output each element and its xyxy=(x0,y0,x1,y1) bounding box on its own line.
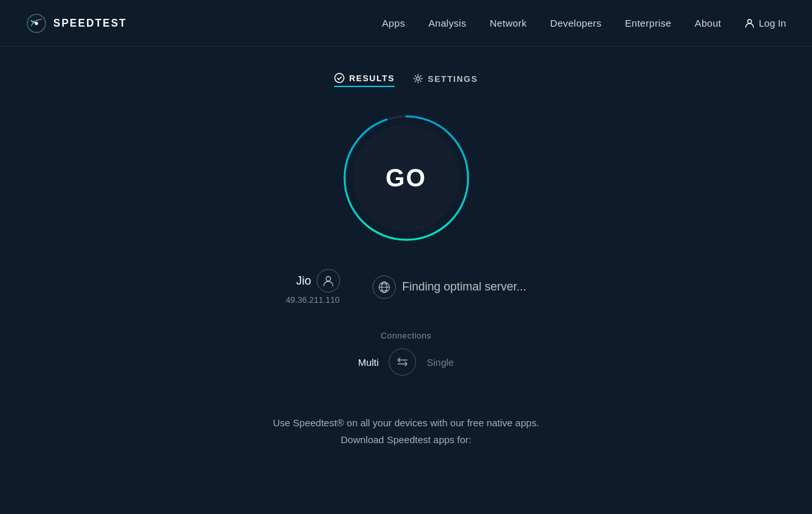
login-label: Log In xyxy=(759,18,786,29)
go-button[interactable]: GO xyxy=(352,125,460,232)
checkmark-icon xyxy=(334,73,345,83)
svg-point-7 xyxy=(326,277,330,281)
globe-icon xyxy=(378,281,391,294)
promo-section: Use Speedtest® on all your devices with … xyxy=(273,415,540,448)
settings-tab-label: SETTINGS xyxy=(428,74,478,84)
globe-icon-button[interactable] xyxy=(373,276,396,299)
svg-point-1 xyxy=(35,21,38,25)
svg-point-3 xyxy=(335,73,344,83)
gear-icon xyxy=(413,73,423,84)
svg-point-4 xyxy=(417,77,420,81)
header: SPEEDTEST Apps Analysis Network Develope… xyxy=(0,0,812,47)
speedtest-logo-icon xyxy=(26,13,47,34)
isp-person-icon-button[interactable] xyxy=(317,269,340,292)
nav-about[interactable]: About xyxy=(695,18,722,29)
svg-point-2 xyxy=(748,19,752,23)
main-content: RESULTS SETTINGS GO Jio xyxy=(0,47,812,448)
nav-developers[interactable]: Developers xyxy=(550,18,601,29)
isp-name: Jio xyxy=(296,274,311,288)
isp-ip: 49.36.211.110 xyxy=(285,295,339,305)
single-label: Single xyxy=(426,357,454,368)
server-status-text: Finding optimal server... xyxy=(402,280,527,294)
promo-line1: Use Speedtest® on all your devices with … xyxy=(273,415,540,431)
multi-label: Multi xyxy=(358,357,379,368)
connections-label: Connections xyxy=(381,331,432,341)
main-nav: Apps Analysis Network Developers Enterpr… xyxy=(382,18,786,29)
arrows-icon xyxy=(395,355,410,369)
connections-toggle-button[interactable] xyxy=(389,348,416,376)
tab-settings[interactable]: SETTINGS xyxy=(413,73,478,86)
connections-toggle: Multi Single xyxy=(358,348,454,376)
nav-enterprise[interactable]: Enterprise xyxy=(625,18,671,29)
nav-apps[interactable]: Apps xyxy=(382,18,405,29)
promo-line2: Download Speedtest apps for: xyxy=(273,431,540,448)
nav-network[interactable]: Network xyxy=(490,18,527,29)
logo[interactable]: SPEEDTEST xyxy=(26,13,127,34)
tabs-bar: RESULTS SETTINGS xyxy=(334,73,478,87)
results-tab-label: RESULTS xyxy=(349,73,395,83)
go-button-wrapper: GO xyxy=(341,113,471,243)
person-icon xyxy=(744,18,755,29)
server-info: Finding optimal server... xyxy=(373,276,527,299)
login-button[interactable]: Log In xyxy=(744,18,786,29)
logo-text: SPEEDTEST xyxy=(53,18,127,29)
isp-server-row: Jio 49.36.211.110 xyxy=(285,269,526,305)
isp-info: Jio 49.36.211.110 xyxy=(285,269,339,305)
person-icon-small xyxy=(322,275,334,287)
connections-section: Connections Multi Single xyxy=(358,331,454,376)
tab-results[interactable]: RESULTS xyxy=(334,73,395,87)
nav-analysis[interactable]: Analysis xyxy=(428,18,466,29)
